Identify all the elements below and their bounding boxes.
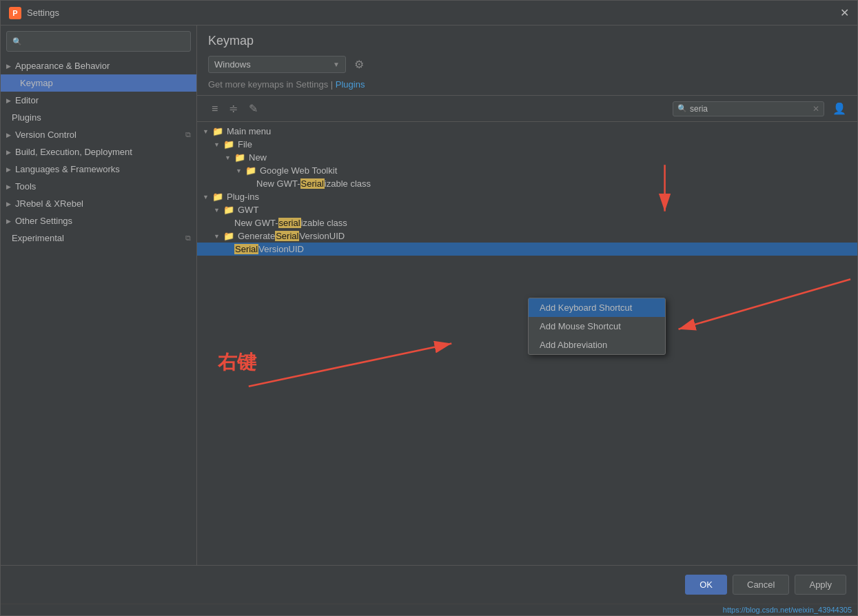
new-gwt-serial-highlight: Serial xyxy=(300,178,325,189)
search-clear-button[interactable]: ✕ xyxy=(813,104,819,114)
close-button[interactable]: ✕ xyxy=(840,6,849,19)
sidebar-item-keymap[interactable]: Keymap xyxy=(1,74,196,92)
new-label: New xyxy=(249,152,852,163)
context-menu-item-add-keyboard[interactable]: Add Keyboard Shortcut xyxy=(529,298,665,317)
sidebar-item-plugins[interactable]: Plugins xyxy=(1,109,196,126)
collapse-all-button[interactable]: ≑ xyxy=(225,100,241,117)
tree-item-main-menu[interactable]: ▼ 📁 Main menu xyxy=(197,125,857,138)
cancel-button[interactable]: Cancel xyxy=(733,575,789,595)
other-arrow: ▶ xyxy=(6,218,11,225)
new-gwt-serial2-label: New GWT-serializable class xyxy=(234,218,852,228)
new-arrow: ▼ xyxy=(225,154,232,161)
sidebar-item-jrebel[interactable]: ▶ JRebel & XRebel xyxy=(1,195,196,212)
add-mouse-shortcut-label: Add Mouse Shortcut xyxy=(540,321,621,331)
editor-arrow: ▶ xyxy=(6,97,11,104)
sidebar-search-box[interactable]: 🔍 xyxy=(6,31,191,52)
context-menu-item-add-mouse[interactable]: Add Mouse Shortcut xyxy=(529,317,665,336)
main-menu-folder-icon: 📁 xyxy=(212,126,223,136)
add-keyboard-shortcut-label: Add Keyboard Shortcut xyxy=(540,302,632,313)
sidebar-item-editor-label: Editor xyxy=(15,95,191,105)
tree-item-serial-version-uid[interactable]: SerialVersionUID xyxy=(197,243,857,256)
toolbar: ≡ ≑ ✎ 🔍 ✕ 👤 xyxy=(197,96,857,122)
generate-serial-arrow: ▼ xyxy=(214,233,221,240)
sidebar-item-other[interactable]: ▶ Other Settings xyxy=(1,212,196,229)
sidebar-item-tools-label: Tools xyxy=(15,181,191,192)
expand-all-button[interactable]: ≡ xyxy=(208,101,221,117)
svg-line-5 xyxy=(249,344,451,387)
keymap-controls: Windows ▼ ⚙ xyxy=(208,55,846,74)
status-bar: https://blog.csdn.net/weixin_43944305 xyxy=(1,604,857,615)
content-panel: Keymap Windows ▼ ⚙ Get more keymaps in S… xyxy=(197,25,857,565)
sidebar-item-appearance-label: Appearance & Behavior xyxy=(15,61,191,71)
plugins-folder-icon: 📁 xyxy=(212,192,223,202)
generate-serial-label: GenerateSerialVersionUID xyxy=(238,231,852,241)
file-folder-icon: 📁 xyxy=(223,139,234,150)
add-abbreviation-label: Add Abbreviation xyxy=(540,340,607,350)
context-menu: Add Keyboard Shortcut Add Mouse Shortcut… xyxy=(528,298,666,355)
sidebar-item-build[interactable]: ▶ Build, Execution, Deployment xyxy=(1,143,196,161)
sidebar: 🔍 ▶ Appearance & Behavior Keymap ▶ Edito… xyxy=(1,25,197,565)
keymap-value: Windows xyxy=(214,59,251,70)
keymap-dropdown[interactable]: Windows ▼ xyxy=(208,56,346,73)
sidebar-item-experimental[interactable]: Experimental ⧉ xyxy=(1,229,196,247)
keymaps-settings-link[interactable]: Get more keymaps in Settings | Plugins xyxy=(208,79,846,90)
tree-item-gwt2[interactable]: ▼ 📁 GWT xyxy=(197,203,857,216)
search-field[interactable]: 🔍 ✕ xyxy=(673,101,824,116)
bottom-bar: OK Cancel Apply xyxy=(1,565,857,604)
window-title: Settings xyxy=(27,8,840,18)
sidebar-item-appearance[interactable]: ▶ Appearance & Behavior xyxy=(1,57,196,74)
serial-uid-highlight: Serial xyxy=(234,244,258,254)
new-folder-icon: 📁 xyxy=(234,152,245,163)
keymap-dropdown-arrow: ▼ xyxy=(333,61,340,68)
find-action-button[interactable]: 👤 xyxy=(833,102,846,115)
tree-item-plugins[interactable]: ▼ 📁 Plug-ins xyxy=(197,190,857,203)
tree-item-gwt[interactable]: ▼ 📁 Google Web Toolkit xyxy=(197,164,857,177)
sidebar-item-tools[interactable]: ▶ Tools xyxy=(1,178,196,195)
content-title: Keymap xyxy=(208,34,846,48)
apply-button[interactable]: Apply xyxy=(795,575,846,595)
sidebar-item-languages[interactable]: ▶ Languages & Frameworks xyxy=(1,161,196,178)
keymap-gear-button[interactable]: ⚙ xyxy=(351,55,367,74)
sidebar-item-jrebel-label: JRebel & XRebel xyxy=(15,198,191,209)
context-menu-item-add-abbrev[interactable]: Add Abbreviation xyxy=(529,336,665,354)
tree-area: ▼ 📁 Main menu ▼ 📁 File ▼ 📁 New xyxy=(197,122,857,565)
languages-arrow: ▶ xyxy=(6,166,11,173)
tree-item-new-gwt-serial[interactable]: New GWT-Serializable class xyxy=(197,177,857,190)
gwt2-arrow: ▼ xyxy=(214,207,221,214)
app-icon: P xyxy=(9,7,21,19)
appearance-arrow: ▶ xyxy=(6,63,11,70)
main-menu-arrow: ▼ xyxy=(203,128,210,135)
title-bar: P Settings ✕ xyxy=(1,1,857,25)
experimental-icon: ⧉ xyxy=(185,234,191,243)
sidebar-item-other-label: Other Settings xyxy=(15,216,191,226)
build-arrow: ▶ xyxy=(6,149,11,156)
sidebar-item-version-control[interactable]: ▶ Version Control ⧉ xyxy=(1,126,196,143)
sidebar-search-input[interactable] xyxy=(25,37,185,46)
tree-item-new-gwt-serial2[interactable]: New GWT-serializable class xyxy=(197,216,857,229)
status-url: https://blog.csdn.net/weixin_43944305 xyxy=(723,606,852,614)
svg-line-4 xyxy=(679,279,850,329)
new-gwt-serial-label: New GWT-Serializable class xyxy=(256,178,852,189)
plugins-label: Plug-ins xyxy=(227,192,852,202)
pipe-separator: | xyxy=(331,79,336,90)
file-label: File xyxy=(238,139,852,150)
sidebar-item-keymap-label: Keymap xyxy=(20,78,191,88)
edit-icon: ✎ xyxy=(249,103,258,114)
search-input[interactable] xyxy=(690,104,810,114)
tree-item-generate-serial[interactable]: ▼ 📁 GenerateSerialVersionUID xyxy=(197,229,857,243)
main-content: 🔍 ▶ Appearance & Behavior Keymap ▶ Edito… xyxy=(1,25,857,565)
sidebar-item-version-control-label: Version Control xyxy=(15,130,183,140)
tree-item-file[interactable]: ▼ 📁 File xyxy=(197,138,857,151)
sidebar-item-editor[interactable]: ▶ Editor xyxy=(1,92,196,109)
edit-button[interactable]: ✎ xyxy=(245,100,261,117)
sidebar-search-icon: 🔍 xyxy=(12,37,22,46)
sidebar-item-build-label: Build, Execution, Deployment xyxy=(15,147,191,157)
ok-button[interactable]: OK xyxy=(685,575,727,595)
gwt-arrow: ▼ xyxy=(236,167,243,174)
sidebar-item-plugins-label: Plugins xyxy=(12,112,191,123)
version-control-arrow: ▶ xyxy=(6,132,11,138)
gwt-folder-icon: 📁 xyxy=(245,165,256,176)
tree-item-new[interactable]: ▼ 📁 New xyxy=(197,151,857,164)
plugins-link-text[interactable]: Plugins xyxy=(336,79,365,90)
sidebar-item-languages-label: Languages & Frameworks xyxy=(15,164,191,174)
